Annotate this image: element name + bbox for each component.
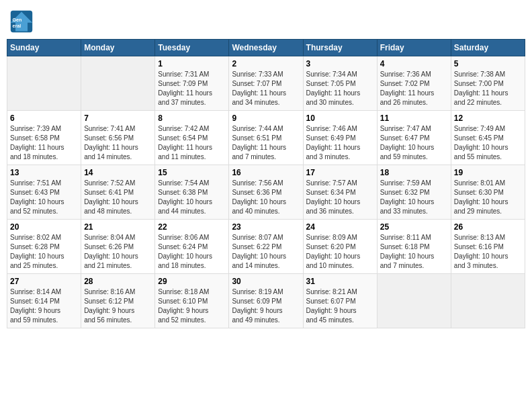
day-info: Sunrise: 7:46 AM Sunset: 6:49 PM Dayligh… <box>306 124 374 162</box>
day-info: Sunrise: 7:36 AM Sunset: 7:02 PM Dayligh… <box>380 70 448 107</box>
day-info: Sunrise: 7:34 AM Sunset: 7:05 PM Dayligh… <box>306 70 374 107</box>
day-number: 1 <box>158 59 226 68</box>
day-info: Sunrise: 7:52 AM Sunset: 6:41 PM Dayligh… <box>84 179 152 216</box>
week-row-2: 6Sunrise: 7:39 AM Sunset: 6:58 PM Daylig… <box>7 111 525 165</box>
day-info: Sunrise: 7:33 AM Sunset: 7:07 PM Dayligh… <box>232 70 300 107</box>
day-info: Sunrise: 8:21 AM Sunset: 6:07 PM Dayligh… <box>306 287 374 325</box>
day-info: Sunrise: 7:54 AM Sunset: 6:38 PM Dayligh… <box>158 179 226 216</box>
week-row-5: 27Sunrise: 8:14 AM Sunset: 6:14 PM Dayli… <box>7 274 525 328</box>
day-info: Sunrise: 7:44 AM Sunset: 6:51 PM Dayligh… <box>232 124 300 162</box>
calendar-cell <box>7 56 81 111</box>
day-info: Sunrise: 8:06 AM Sunset: 6:24 PM Dayligh… <box>158 233 226 271</box>
week-row-3: 13Sunrise: 7:51 AM Sunset: 6:43 PM Dayli… <box>7 165 525 220</box>
day-number: 4 <box>380 59 448 68</box>
calendar-cell: 22Sunrise: 8:06 AM Sunset: 6:24 PM Dayli… <box>155 220 229 274</box>
day-info: Sunrise: 8:18 AM Sunset: 6:10 PM Dayligh… <box>158 287 226 325</box>
day-info: Sunrise: 7:56 AM Sunset: 6:36 PM Dayligh… <box>232 179 300 216</box>
calendar-cell: 7Sunrise: 7:41 AM Sunset: 6:56 PM Daylig… <box>81 111 155 165</box>
calendar-cell: 21Sunrise: 8:04 AM Sunset: 6:26 PM Dayli… <box>81 220 155 274</box>
day-number: 22 <box>158 222 226 232</box>
header-monday: Monday <box>81 40 155 56</box>
calendar-cell: 25Sunrise: 8:11 AM Sunset: 6:18 PM Dayli… <box>377 220 451 274</box>
day-info: Sunrise: 8:01 AM Sunset: 6:30 PM Dayligh… <box>454 179 522 216</box>
day-number: 9 <box>232 113 300 123</box>
day-number: 14 <box>84 168 152 177</box>
day-number: 29 <box>158 277 226 286</box>
calendar-cell: 2Sunrise: 7:33 AM Sunset: 7:07 PM Daylig… <box>229 56 303 111</box>
calendar-cell: 12Sunrise: 7:49 AM Sunset: 6:45 PM Dayli… <box>451 111 525 165</box>
calendar-table: SundayMondayTuesdayWednesdayThursdayFrid… <box>7 39 525 328</box>
week-row-1: 1Sunrise: 7:31 AM Sunset: 7:09 PM Daylig… <box>7 56 525 111</box>
day-number: 20 <box>10 222 78 232</box>
day-number: 11 <box>380 113 448 123</box>
header-sunday: Sunday <box>7 40 81 56</box>
day-info: Sunrise: 8:07 AM Sunset: 6:22 PM Dayligh… <box>232 233 300 271</box>
day-info: Sunrise: 7:59 AM Sunset: 6:32 PM Dayligh… <box>380 179 448 216</box>
calendar-cell <box>377 274 451 328</box>
calendar-cell: 19Sunrise: 8:01 AM Sunset: 6:30 PM Dayli… <box>451 165 525 220</box>
calendar-cell: 1Sunrise: 7:31 AM Sunset: 7:09 PM Daylig… <box>155 56 229 111</box>
day-number: 21 <box>84 222 152 232</box>
day-number: 27 <box>10 277 78 286</box>
day-number: 24 <box>306 222 374 232</box>
calendar-cell: 31Sunrise: 8:21 AM Sunset: 6:07 PM Dayli… <box>303 274 377 328</box>
day-number: 2 <box>232 59 300 68</box>
day-info: Sunrise: 7:38 AM Sunset: 7:00 PM Dayligh… <box>454 70 522 107</box>
calendar-cell: 15Sunrise: 7:54 AM Sunset: 6:38 PM Dayli… <box>155 165 229 220</box>
day-number: 31 <box>306 277 374 286</box>
calendar-cell: 20Sunrise: 8:02 AM Sunset: 6:28 PM Dayli… <box>7 220 81 274</box>
day-info: Sunrise: 7:51 AM Sunset: 6:43 PM Dayligh… <box>10 179 78 216</box>
day-info: Sunrise: 8:09 AM Sunset: 6:20 PM Dayligh… <box>306 233 374 271</box>
header-tuesday: Tuesday <box>155 40 229 56</box>
day-number: 23 <box>232 222 300 232</box>
day-info: Sunrise: 7:39 AM Sunset: 6:58 PM Dayligh… <box>10 124 78 162</box>
header-friday: Friday <box>377 40 451 56</box>
day-number: 18 <box>380 168 448 177</box>
calendar-cell: 14Sunrise: 7:52 AM Sunset: 6:41 PM Dayli… <box>81 165 155 220</box>
day-info: Sunrise: 8:11 AM Sunset: 6:18 PM Dayligh… <box>380 233 448 271</box>
day-number: 25 <box>380 222 448 232</box>
day-info: Sunrise: 7:41 AM Sunset: 6:56 PM Dayligh… <box>84 124 152 162</box>
day-info: Sunrise: 8:02 AM Sunset: 6:28 PM Dayligh… <box>10 233 78 271</box>
day-number: 16 <box>232 168 300 177</box>
day-info: Sunrise: 8:13 AM Sunset: 6:16 PM Dayligh… <box>454 233 522 271</box>
calendar-cell: 30Sunrise: 8:19 AM Sunset: 6:09 PM Dayli… <box>229 274 303 328</box>
day-info: Sunrise: 7:31 AM Sunset: 7:09 PM Dayligh… <box>158 70 226 107</box>
calendar-cell: 28Sunrise: 8:16 AM Sunset: 6:12 PM Dayli… <box>81 274 155 328</box>
logo-icon: Gen eral <box>9 9 34 34</box>
day-number: 15 <box>158 168 226 177</box>
calendar-cell: 26Sunrise: 8:13 AM Sunset: 6:16 PM Dayli… <box>451 220 525 274</box>
logo: Gen eral <box>9 9 36 34</box>
calendar-cell: 18Sunrise: 7:59 AM Sunset: 6:32 PM Dayli… <box>377 165 451 220</box>
day-info: Sunrise: 7:57 AM Sunset: 6:34 PM Dayligh… <box>306 179 374 216</box>
calendar-cell: 10Sunrise: 7:46 AM Sunset: 6:49 PM Dayli… <box>303 111 377 165</box>
calendar-cell: 13Sunrise: 7:51 AM Sunset: 6:43 PM Dayli… <box>7 165 81 220</box>
svg-text:eral: eral <box>13 23 21 29</box>
day-number: 17 <box>306 168 374 177</box>
day-number: 26 <box>454 222 522 232</box>
day-info: Sunrise: 7:42 AM Sunset: 6:54 PM Dayligh… <box>158 124 226 162</box>
day-number: 7 <box>84 113 152 123</box>
calendar-cell: 29Sunrise: 8:18 AM Sunset: 6:10 PM Dayli… <box>155 274 229 328</box>
day-number: 6 <box>10 113 78 123</box>
day-info: Sunrise: 8:19 AM Sunset: 6:09 PM Dayligh… <box>232 287 300 325</box>
calendar-cell: 4Sunrise: 7:36 AM Sunset: 7:02 PM Daylig… <box>377 56 451 111</box>
day-number: 8 <box>158 113 226 123</box>
calendar-cell: 16Sunrise: 7:56 AM Sunset: 6:36 PM Dayli… <box>229 165 303 220</box>
header-saturday: Saturday <box>451 40 525 56</box>
week-row-4: 20Sunrise: 8:02 AM Sunset: 6:28 PM Dayli… <box>7 220 525 274</box>
calendar-cell: 27Sunrise: 8:14 AM Sunset: 6:14 PM Dayli… <box>7 274 81 328</box>
calendar-cell: 6Sunrise: 7:39 AM Sunset: 6:58 PM Daylig… <box>7 111 81 165</box>
calendar-cell: 3Sunrise: 7:34 AM Sunset: 7:05 PM Daylig… <box>303 56 377 111</box>
calendar-cell: 5Sunrise: 7:38 AM Sunset: 7:00 PM Daylig… <box>451 56 525 111</box>
day-number: 28 <box>84 277 152 286</box>
calendar-cell: 23Sunrise: 8:07 AM Sunset: 6:22 PM Dayli… <box>229 220 303 274</box>
calendar-cell: 11Sunrise: 7:47 AM Sunset: 6:47 PM Dayli… <box>377 111 451 165</box>
day-info: Sunrise: 8:04 AM Sunset: 6:26 PM Dayligh… <box>84 233 152 271</box>
calendar-header-row: SundayMondayTuesdayWednesdayThursdayFrid… <box>7 40 525 56</box>
header-thursday: Thursday <box>303 40 377 56</box>
calendar-cell: 24Sunrise: 8:09 AM Sunset: 6:20 PM Dayli… <box>303 220 377 274</box>
day-number: 12 <box>454 113 522 123</box>
calendar-cell: 9Sunrise: 7:44 AM Sunset: 6:51 PM Daylig… <box>229 111 303 165</box>
day-info: Sunrise: 7:49 AM Sunset: 6:45 PM Dayligh… <box>454 124 522 162</box>
